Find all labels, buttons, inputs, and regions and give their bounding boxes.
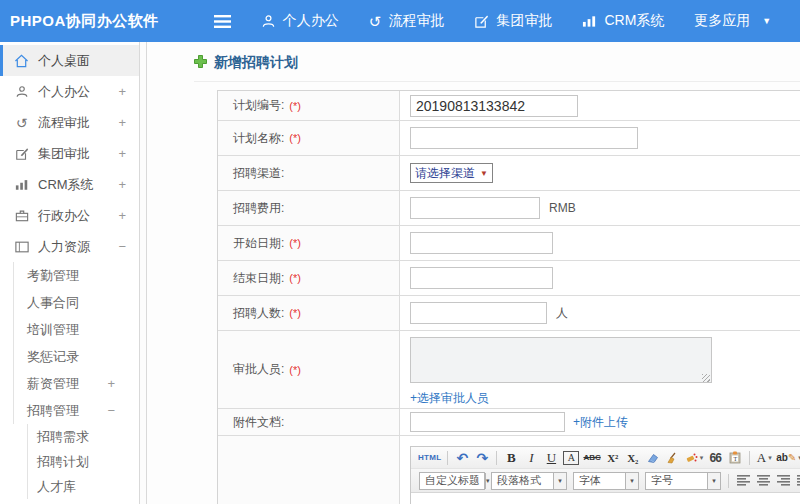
sidebar-item-talent-pool[interactable]: 人才库 — [28, 474, 139, 499]
label-text: 招聘渠道: — [233, 165, 284, 182]
superscript-button[interactable]: X² — [605, 449, 621, 467]
sidebar-item-admin-office[interactable]: 行政办公 + — [0, 200, 139, 231]
font-family-select[interactable]: 字体 ▾ — [573, 472, 639, 490]
user-icon — [13, 85, 30, 99]
required-mark: (*) — [289, 272, 301, 284]
collapse-toggle[interactable]: − — [107, 403, 115, 418]
choose-approvers-link[interactable]: +选择审批人员 — [410, 390, 489, 407]
recruit-channel-select[interactable]: 请选择渠道 ▼ — [410, 163, 493, 183]
recruit-cost-input[interactable] — [410, 197, 540, 219]
italic-button[interactable]: I — [523, 449, 539, 467]
topnav-crm-system[interactable]: CRM系统 — [582, 12, 664, 30]
user-icon — [261, 14, 276, 29]
sidebar-item-label: 薪资管理 — [27, 375, 79, 393]
sidebar-item-human-resources[interactable]: 人力资源 − — [0, 231, 139, 262]
label-text: 附件文档: — [233, 414, 284, 431]
sidebar-navigation: 个人桌面 个人办公 + ↺ 流程审批 + 集团审批 + CRM系统 — [0, 42, 140, 504]
sidebar-item-recruiting[interactable]: 招聘管理 − — [14, 397, 139, 424]
paste-as-text-icon[interactable]: T — [727, 449, 743, 467]
format-painter-icon[interactable]: ▾ — [685, 449, 704, 467]
label-text: 计划名称: — [233, 130, 284, 147]
topnav-personal-office[interactable]: 个人办公 — [261, 12, 339, 30]
sidebar-item-group-approval[interactable]: 集团审批 + — [0, 138, 139, 169]
editor-toolbar-row1: HTML ↶ ↷ B I U A ABC X² X₂ — [411, 447, 800, 469]
sidebar-item-attendance[interactable]: 考勤管理 — [14, 262, 139, 289]
field-value: +附件上传 — [400, 409, 800, 435]
required-mark: (*) — [289, 237, 301, 249]
autotypeset-button[interactable]: A — [563, 451, 579, 465]
approvers-textarea[interactable] — [410, 337, 712, 383]
sidebar-item-label: 集团审批 — [38, 145, 90, 163]
sidebar-item-personal-desktop[interactable]: 个人桌面 — [0, 45, 139, 76]
page-header: 新增招聘计划 — [194, 54, 800, 82]
sidebar-item-workflow-approval[interactable]: ↺ 流程审批 + — [0, 107, 139, 138]
attachment-input[interactable] — [410, 412, 565, 432]
blockquote-button[interactable]: 66 — [707, 449, 723, 467]
select-label: 段落格式 — [492, 473, 553, 488]
briefcase-icon — [13, 209, 30, 222]
sidebar-item-recruit-plan[interactable]: 招聘计划 — [28, 449, 139, 474]
expand-toggle[interactable]: + — [118, 146, 126, 161]
field-value — [400, 261, 800, 295]
clear-doc-broom-icon[interactable] — [665, 449, 681, 467]
expand-toggle[interactable]: + — [118, 177, 126, 192]
caret-down-icon: ▾ — [553, 473, 566, 489]
topnav-group-approval[interactable]: 集团审批 — [474, 12, 552, 30]
topnav-label: 流程审批 — [388, 12, 444, 30]
headcount-input[interactable] — [410, 302, 547, 324]
sidebar-item-crm-system[interactable]: CRM系统 + — [0, 169, 139, 200]
field-label: 招聘渠道: — [218, 156, 400, 190]
html-source-button[interactable]: HTML — [418, 449, 441, 467]
add-plus-icon — [194, 54, 207, 72]
plan-name-input[interactable] — [410, 127, 638, 149]
highlight-color-button[interactable]: ab ✎ ▾ — [776, 449, 800, 467]
expand-toggle[interactable]: + — [118, 84, 126, 99]
sidebar-item-recruit-demand[interactable]: 招聘需求 — [28, 424, 139, 449]
topnav-label: 集团审批 — [496, 12, 552, 30]
expand-toggle[interactable]: + — [118, 208, 126, 223]
caret-down-icon: ▾ — [485, 473, 490, 489]
expand-toggle[interactable]: + — [118, 115, 126, 130]
undo-icon[interactable]: ↶ — [454, 449, 470, 467]
sidebar-item-rewards[interactable]: 奖惩记录 — [14, 343, 139, 370]
sidebar-item-label: CRM系统 — [38, 176, 94, 194]
end-date-input[interactable] — [410, 267, 553, 289]
hamburger-menu-icon[interactable] — [214, 15, 231, 28]
align-right-icon[interactable] — [775, 472, 791, 490]
sidebar-scrollbar[interactable] — [140, 42, 147, 504]
sidebar-item-salary[interactable]: 薪资管理 + — [14, 370, 139, 397]
start-date-input[interactable] — [410, 232, 553, 254]
bold-button[interactable]: B — [503, 449, 519, 467]
select-label: 字体 — [574, 473, 625, 488]
collapse-toggle[interactable]: − — [118, 239, 126, 254]
sidebar-item-hr-contracts[interactable]: 人事合同 — [14, 289, 139, 316]
underline-button[interactable]: U — [543, 449, 559, 467]
caret-down-icon: ▾ — [768, 454, 772, 462]
required-mark: (*) — [289, 307, 301, 319]
sidebar-item-personal-office[interactable]: 个人办公 + — [0, 76, 139, 107]
sidebar-item-label: 人才库 — [37, 478, 76, 496]
expand-toggle[interactable]: + — [107, 376, 115, 391]
paragraph-format-select[interactable]: 段落格式 ▾ — [491, 472, 567, 490]
rich-text-editor: HTML ↶ ↷ B I U A ABC X² X₂ — [410, 446, 800, 504]
editor-content-area[interactable] — [411, 493, 800, 504]
eraser-icon[interactable] — [645, 449, 661, 467]
plan-number-input[interactable] — [410, 95, 578, 117]
attachment-upload-link[interactable]: +附件上传 — [573, 414, 628, 431]
approvers-textarea-wrap — [410, 337, 712, 386]
sidebar-item-training[interactable]: 培训管理 — [14, 316, 139, 343]
align-center-icon[interactable] — [755, 472, 771, 490]
topnav-label: 更多应用 — [694, 12, 750, 30]
font-size-select[interactable]: 字号 ▾ — [645, 472, 721, 490]
resize-grip-icon[interactable] — [702, 374, 710, 382]
redo-icon[interactable]: ↷ — [474, 449, 490, 467]
font-color-button[interactable]: A ▾ — [756, 449, 772, 467]
align-left-icon[interactable] — [735, 472, 751, 490]
align-justify-icon[interactable] — [795, 472, 800, 490]
topnav-workflow-approval[interactable]: ↺ 流程审批 — [369, 12, 445, 30]
custom-title-select[interactable]: 自定义标题 ▾ — [419, 472, 485, 490]
topnav-more-apps[interactable]: 更多应用 ▼ — [694, 12, 771, 30]
top-navigation-bar: PHPOA协同办公软件 个人办公 ↺ 流程审批 集团审批 CRM系统 更多应用 … — [0, 0, 800, 42]
strikethrough-button[interactable]: ABC — [583, 449, 600, 467]
subscript-button[interactable]: X₂ — [625, 449, 641, 467]
